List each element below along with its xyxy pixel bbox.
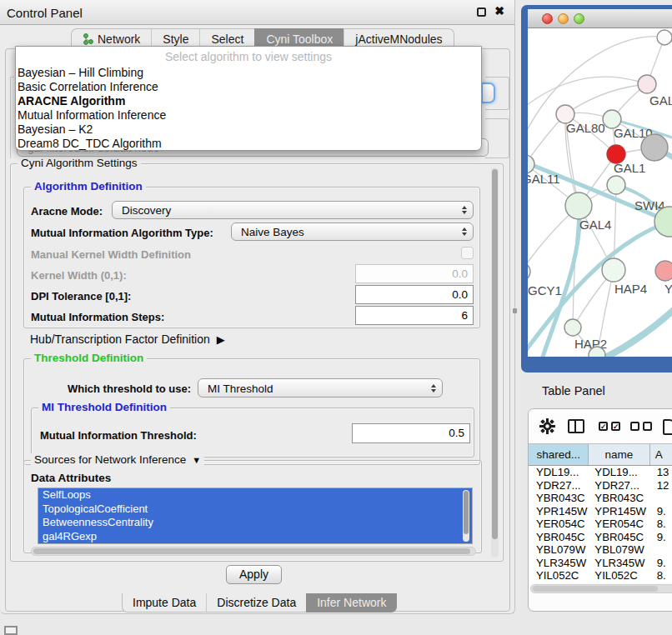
algorithm-combo-fragment[interactable] bbox=[481, 82, 495, 103]
sources-hscrollbar[interactable] bbox=[31, 547, 476, 556]
data-attributes-list[interactable]: SelfLoopsTopologicalCoefficientBetweenne… bbox=[38, 488, 473, 544]
network-window-titlebar[interactable] bbox=[528, 9, 672, 28]
dropdown-item[interactable]: ARACNE Algorithm bbox=[16, 94, 481, 108]
mi-type-value: Naive Bayes bbox=[241, 226, 304, 238]
table-row[interactable]: YDL19...YDL19...13 bbox=[529, 466, 672, 479]
algorithm-dropdown-popup: Select algorithm to view settings Bayesi… bbox=[15, 46, 482, 151]
dropdown-item[interactable]: Bayesian – K2 bbox=[16, 122, 481, 137]
network-node-label: GAL1 bbox=[614, 161, 645, 175]
manual-kernel-checkbox[interactable] bbox=[461, 247, 474, 259]
table-row[interactable]: YBR045CYBR045C9. bbox=[529, 531, 672, 544]
table-hscrollbar[interactable] bbox=[530, 584, 672, 593]
input-data-groupbox-fragment bbox=[10, 77, 14, 158]
bottom-tab-row: Impute Data Discretize Data Infer Networ… bbox=[122, 593, 397, 612]
attribute-list-item[interactable]: gal4RGexp bbox=[38, 530, 472, 544]
hub-definition-expander[interactable]: Hub/Transcription Factor Definition ▶ bbox=[30, 332, 225, 346]
function-icon[interactable] bbox=[663, 419, 672, 435]
network-node[interactable] bbox=[528, 262, 530, 281]
dropdown-item[interactable]: Dream8 DC_TDC Algorithm bbox=[16, 137, 481, 151]
control-panel-window: Control Panel ✖ Network Style Select Cyn… bbox=[0, 0, 515, 614]
network-node[interactable] bbox=[607, 176, 625, 194]
table-cell: YDL19... bbox=[529, 466, 589, 479]
checked-pair-icon[interactable]: ✓✓ bbox=[599, 422, 620, 431]
table-cell: YBL079W bbox=[529, 543, 589, 557]
settings-scrollbar-thumb[interactable] bbox=[492, 169, 498, 539]
table-row[interactable]: YBL079WYBL079W bbox=[529, 543, 672, 557]
gear-icon[interactable] bbox=[539, 418, 555, 434]
network-node-label: GAL11 bbox=[528, 172, 560, 186]
tab-discretize-data[interactable]: Discretize Data bbox=[206, 593, 306, 612]
mi-steps-field[interactable]: 6 bbox=[355, 306, 474, 325]
attribute-list-item[interactable]: BetweennessCentrality bbox=[38, 516, 472, 530]
close-icon[interactable]: ✖ bbox=[494, 4, 504, 18]
mi-steps-label: Mutual Information Steps: bbox=[31, 311, 164, 323]
column-header-shared-name[interactable]: shared... bbox=[529, 444, 589, 465]
table-row[interactable]: YER054CYER054C8. bbox=[529, 518, 672, 531]
column-header-name[interactable]: name bbox=[589, 444, 649, 465]
network-canvas[interactable]: GALGAL80GAL10GAL1GAL11SWI4GAL4HAP4YGCY1H… bbox=[528, 28, 672, 357]
table-cell: YER054C bbox=[589, 518, 649, 531]
attributes-scrollbar[interactable] bbox=[463, 490, 469, 542]
network-view-window[interactable]: GALGAL80GAL10GAL1GAL11SWI4GAL4HAP4YGCY1H… bbox=[521, 5, 672, 372]
which-threshold-combo[interactable]: MI Threshold bbox=[198, 378, 443, 398]
tab-infer-network[interactable]: Infer Network bbox=[306, 593, 397, 612]
expander-down-icon: ▼ bbox=[192, 455, 201, 465]
network-edge bbox=[528, 77, 647, 108]
mi-type-combo[interactable]: Naive Bayes bbox=[231, 222, 474, 241]
table-cell: 8. bbox=[650, 569, 672, 582]
attributes-scrollbar-thumb[interactable] bbox=[464, 491, 469, 534]
dropdown-item[interactable]: Bayesian – Hill Climbing bbox=[16, 66, 481, 80]
network-node[interactable] bbox=[641, 134, 668, 161]
network-node[interactable] bbox=[602, 258, 625, 282]
dropdown-item[interactable]: Basic Correlation Inference bbox=[16, 80, 481, 94]
network-node[interactable] bbox=[638, 75, 656, 93]
settings-scrollbar[interactable] bbox=[491, 168, 499, 558]
table-row[interactable]: YLR345WYLR345W9. bbox=[529, 557, 672, 570]
hub-definition-label: Hub/Transcription Factor Definition bbox=[30, 332, 210, 346]
zoom-traffic-icon[interactable] bbox=[574, 13, 584, 24]
float-window-icon[interactable] bbox=[477, 8, 486, 17]
tab-impute-data[interactable]: Impute Data bbox=[122, 593, 206, 612]
data-groupbox-fragment bbox=[485, 118, 509, 158]
table-cell: YPR145W bbox=[589, 505, 649, 518]
dpi-tolerance-field[interactable]: 0.0 bbox=[355, 285, 474, 304]
tab-style-label: Style bbox=[163, 32, 188, 46]
table-row[interactable]: YIL052CYIL052C8. bbox=[529, 569, 672, 582]
panel-splitter-handle[interactable] bbox=[513, 308, 517, 313]
aracne-mode-combo[interactable]: Discovery bbox=[112, 201, 474, 219]
network-node[interactable] bbox=[655, 261, 672, 281]
table-row[interactable]: YDR27...YDR27...12 bbox=[529, 479, 672, 492]
network-node[interactable] bbox=[564, 319, 581, 336]
network-edge-highlighted bbox=[528, 162, 669, 222]
unchecked-pair-icon[interactable] bbox=[630, 422, 652, 431]
minimize-traffic-icon[interactable] bbox=[558, 13, 569, 24]
table-cell: YDR27... bbox=[529, 479, 589, 492]
stepper-arrows-icon bbox=[462, 206, 467, 214]
table-cell: 9. bbox=[650, 505, 672, 518]
table-row[interactable]: YPR145WYPR145W9. bbox=[529, 505, 672, 518]
network-node[interactable] bbox=[657, 30, 672, 45]
sources-hscrollbar-thumb[interactable] bbox=[33, 548, 470, 554]
network-node-label: GAL bbox=[649, 93, 672, 108]
columns-icon[interactable] bbox=[568, 419, 584, 433]
table-row[interactable]: YBR043CYBR043C bbox=[529, 492, 672, 505]
network-node[interactable] bbox=[565, 192, 592, 219]
network-node-label: HAP4 bbox=[614, 282, 647, 296]
dropdown-item[interactable]: Mutual Information Inference bbox=[16, 108, 481, 122]
control-panel-title: Control Panel bbox=[7, 6, 83, 20]
table-hscrollbar-thumb[interactable] bbox=[533, 586, 658, 592]
algorithm-definition-title: Algorithm Definition bbox=[31, 180, 146, 192]
close-traffic-icon[interactable] bbox=[542, 13, 553, 24]
kernel-width-field[interactable]: 0.0 bbox=[355, 264, 474, 283]
attribute-list-item[interactable]: TopologicalCoefficient bbox=[38, 502, 472, 517]
table-cell: YDR27... bbox=[589, 479, 649, 492]
attribute-list-item[interactable]: SelfLoops bbox=[38, 488, 472, 502]
column-header-partial[interactable]: A bbox=[650, 444, 672, 465]
apply-button[interactable]: Apply bbox=[226, 565, 282, 584]
mi-threshold-field[interactable]: 0.5 bbox=[352, 423, 470, 443]
minimized-panel-icon[interactable] bbox=[4, 626, 18, 635]
table-cell: YPR145W bbox=[529, 505, 589, 518]
table-rows: YDL19...YDL19...13YDR27...YDR27...12YBR0… bbox=[529, 466, 672, 582]
sources-group-title-row[interactable]: Sources for Network Inference ▼ bbox=[31, 453, 204, 466]
tab-infer-network-label: Infer Network bbox=[317, 596, 386, 609]
